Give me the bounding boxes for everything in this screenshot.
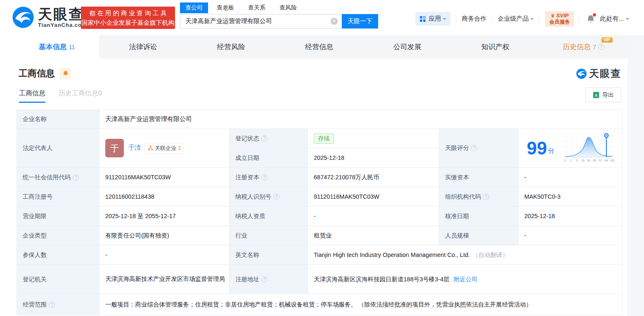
- apps-label: 应用: [429, 15, 441, 23]
- legal-rep-name-link[interactable]: 于浛: [128, 144, 141, 151]
- divider: [539, 15, 540, 23]
- svg-text:97: 97: [599, 159, 602, 162]
- company-name-value: 天津高新产业运营管理有限公司: [99, 110, 623, 129]
- tab-count: 11: [69, 44, 75, 50]
- tab-count: 7: [593, 44, 596, 50]
- industry-value: 租赁业: [308, 226, 439, 245]
- help-icon[interactable]: ?: [261, 276, 268, 283]
- tianyancha-logo-icon: [12, 6, 35, 29]
- approval-date-value: 2025-12-18: [519, 207, 623, 226]
- field-label: 登记机关: [17, 265, 99, 294]
- company-tabs: 基本信息 11 法律诉讼 经营风险 经营信息 公司发展 知识产权 VIP 历史信…: [14, 35, 627, 59]
- search-tab-boss[interactable]: 查老板: [211, 2, 239, 13]
- svg-text:15: 15: [581, 159, 585, 162]
- related-companies-badge[interactable]: 关联企业 2: [144, 143, 184, 154]
- field-label: 登记状态?: [230, 129, 308, 148]
- apps-grid-icon: [419, 16, 426, 22]
- table-row: 法定代表人 于于浛 关联企业 2 登记状态? 存续 天眼评分?: [17, 129, 623, 148]
- svg-text:3: 3: [576, 159, 578, 162]
- field-label: 法定代表人: [17, 129, 99, 168]
- notification-bell-icon[interactable]: [587, 14, 595, 24]
- user-menu[interactable]: 此处有...: [600, 15, 629, 23]
- help-icon[interactable]: ?: [261, 174, 268, 181]
- svip-member-button[interactable]: ♛SVIP 会员服务: [545, 11, 574, 27]
- search-button[interactable]: 天眼一下: [342, 14, 378, 29]
- search-tab-risk[interactable]: 查风险: [274, 2, 302, 13]
- search-tabs: 查公司 查老板 查关系 查风险: [180, 2, 378, 13]
- apps-button[interactable]: 应用: [415, 12, 450, 26]
- help-icon[interactable]: ?: [471, 145, 477, 151]
- subtab-history-business-info[interactable]: 历史工商信息0: [59, 89, 102, 103]
- search-area: 查公司 查老板 查关系 查风险 ✕ 天眼一下: [180, 2, 378, 29]
- help-icon[interactable]: ?: [483, 194, 489, 200]
- clear-icon[interactable]: ✕: [331, 18, 338, 25]
- tianyancha-logo[interactable]: 天眼查 TianYanCha.com: [12, 6, 87, 29]
- nearby-companies-link[interactable]: 附近公司: [454, 276, 478, 283]
- field-label: 天眼评分?: [439, 129, 519, 168]
- search-tab-company[interactable]: 查公司: [180, 2, 208, 13]
- promo-line-2: 国家中小企业发展子基金旗下机构: [81, 18, 175, 27]
- tab-operation-risk[interactable]: 经营风险: [187, 35, 275, 59]
- field-label: 工商注册号: [17, 187, 99, 207]
- tianyancha-logo-icon: [576, 68, 587, 79]
- help-icon[interactable]: ?: [73, 174, 79, 181]
- watermark-logo: 天眼查: [576, 67, 621, 80]
- tab-intellectual-property[interactable]: 知识产权: [451, 35, 539, 59]
- table-row: 登记机关 天津滨海高新技术产业开发区市场监督管理局 注册地址? 天津滨海高新区滨…: [17, 265, 623, 294]
- svg-text:99: 99: [605, 159, 608, 162]
- subtab-business-info[interactable]: 工商信息: [19, 89, 45, 103]
- table-row: 统一社会信用代码? 91120116MAK50TC03W 注册资本? 68747…: [17, 168, 623, 187]
- header: 天眼查 TianYanCha.com 都 在 用 的 商 业 查 询 工 具 国…: [0, 0, 644, 35]
- chevron-down-icon: [530, 18, 534, 21]
- auto-translate-note: （自动翻译）: [472, 252, 508, 258]
- monitor-bell-icon[interactable]: [60, 68, 71, 79]
- nav-cooperation[interactable]: 商务合作: [462, 15, 486, 23]
- field-label: 参保人数: [17, 245, 99, 265]
- svg-text:x: x: [595, 93, 597, 97]
- paid-capital-value: -: [519, 168, 623, 187]
- field-label: 成立日期: [230, 148, 308, 168]
- score-distribution-chart: 0 1 3 15 50 85 97 99 100: [562, 132, 615, 164]
- chevron-down-icon: [626, 18, 629, 21]
- crown-icon: ♛: [551, 13, 555, 19]
- divider: [492, 15, 492, 23]
- org-code-value: MAK50TC0-3: [519, 187, 623, 207]
- table-row: 企业名称 天津高新产业运营管理有限公司: [17, 110, 623, 129]
- svg-text:50: 50: [587, 159, 590, 162]
- search-tab-relation[interactable]: 查关系: [243, 2, 271, 13]
- field-label: 纳税人资质: [230, 207, 308, 226]
- scroll-gutter: [627, 35, 644, 316]
- table-row: 企业类型 有限责任公司(国有独资) 行业 租赁业 人员规模 -: [17, 226, 623, 245]
- search-input[interactable]: [180, 14, 342, 29]
- help-icon[interactable]: ?: [598, 44, 604, 50]
- field-label: 英文名称: [230, 245, 308, 265]
- logo-text-cn: 天眼查: [38, 7, 87, 21]
- score-cell[interactable]: 99 分: [519, 129, 623, 168]
- help-icon[interactable]: ?: [273, 194, 279, 200]
- export-button[interactable]: x 导出: [585, 88, 621, 102]
- vip-badge: VIP: [601, 37, 613, 43]
- business-scope-value: 一般项目：商业综合体管理服务；住房租赁；非居住房地产租赁；机械设备租赁；停车场服…: [99, 294, 623, 315]
- svg-text:1: 1: [570, 159, 572, 162]
- help-icon[interactable]: ?: [261, 135, 268, 142]
- business-info-table: 企业名称 天津高新产业运营管理有限公司 法定代表人 于于浛 关联企业 2 登记状…: [17, 109, 623, 315]
- table-row: 营业期限 2025-12-18 至 2055-12-17 纳税人资质 - 核准日…: [17, 207, 623, 226]
- notification-dot: [593, 13, 596, 17]
- tab-history-info[interactable]: VIP 历史信息 7 ?: [540, 35, 627, 59]
- tab-basic-info[interactable]: 基本信息 11: [14, 35, 99, 59]
- table-row: 参保人数 - 英文名称 Tianjin High tech Industry O…: [17, 245, 623, 265]
- help-icon[interactable]: ?: [49, 302, 55, 308]
- business-term-value: 2025-12-18 至 2055-12-17: [99, 207, 230, 226]
- tab-business-info[interactable]: 经营信息: [275, 35, 363, 59]
- field-label: 企业名称: [17, 110, 99, 129]
- field-label: 经营范围?: [17, 294, 99, 315]
- nav-enterprise[interactable]: 企业级产品: [497, 15, 534, 23]
- excel-icon: x: [593, 92, 599, 98]
- table-row: 经营范围? 一般项目：商业综合体管理服务；住房租赁；非居住房地产租赁；机械设备租…: [17, 294, 623, 315]
- tab-legal[interactable]: 法律诉讼: [99, 35, 187, 59]
- field-label: 行业: [230, 226, 308, 245]
- promo-banner[interactable]: 都 在 用 的 商 业 查 询 工 具 国家中小企业发展子基金旗下机构: [81, 7, 175, 29]
- reg-status-value: 存续: [308, 129, 439, 148]
- legal-rep-avatar[interactable]: 于: [105, 139, 124, 157]
- tab-company-development[interactable]: 公司发展: [363, 35, 451, 59]
